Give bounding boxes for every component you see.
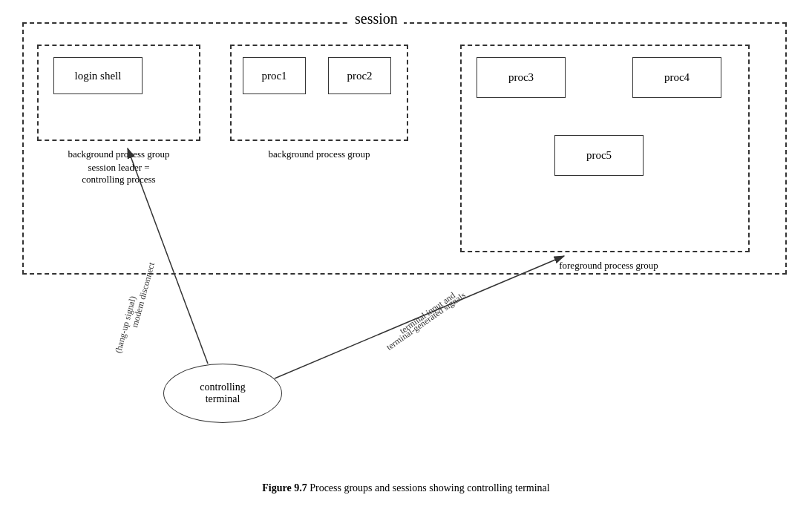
bg-group2: proc1 proc2 (230, 45, 408, 141)
proc1-box: proc1 (243, 57, 306, 94)
terminal-generated-label: terminal-generated signals (384, 290, 468, 353)
login-shell-box: login shell (53, 57, 143, 94)
fg-group-label: foreground process group (475, 260, 742, 272)
bg-group1-label: background process group (30, 148, 208, 160)
session-leader-label: session leader = controlling process (30, 162, 208, 186)
session-label: session (349, 10, 404, 27)
proc3-box: proc3 (477, 57, 566, 98)
proc5-box: proc5 (554, 135, 644, 176)
bg-group2-label: background process group (226, 148, 412, 160)
proc4-box: proc4 (632, 57, 721, 98)
controlling-terminal: controlling terminal (163, 364, 282, 423)
proc2-box: proc2 (328, 57, 391, 94)
diagram-container: session login shell background process g… (0, 0, 812, 515)
figure-caption: Figure 9.7 Process groups and sessions s… (262, 482, 549, 494)
bg-group1: login shell (37, 45, 200, 141)
fg-group: proc3 proc4 proc5 (460, 45, 750, 252)
